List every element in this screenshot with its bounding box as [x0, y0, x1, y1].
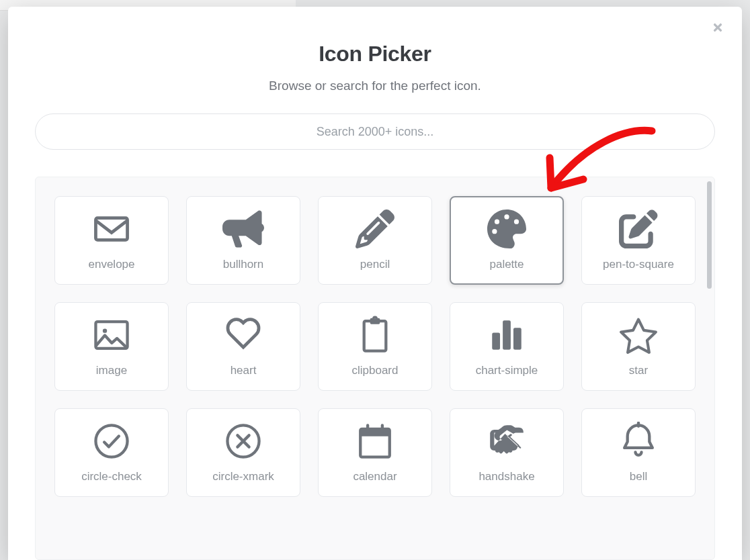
icon-label: palette — [489, 258, 524, 271]
modal-subtitle: Browse or search for the perfect icon. — [8, 79, 742, 93]
icon-card-pencil[interactable]: pencil — [318, 196, 432, 285]
svg-rect-0 — [95, 218, 127, 240]
icon-card-chart-simple[interactable]: chart-simple — [450, 302, 564, 391]
calendar-icon — [354, 422, 396, 461]
palette-icon — [486, 209, 528, 248]
icon-label: bullhorn — [223, 258, 264, 271]
icon-card-circle-xmark[interactable]: circle-xmark — [186, 408, 300, 497]
icon-card-palette[interactable]: palette — [450, 196, 564, 285]
close-icon — [712, 19, 724, 38]
icon-label: image — [96, 364, 127, 377]
scrollbar-thumb[interactable] — [707, 181, 712, 289]
pencil-icon — [354, 209, 396, 248]
icon-card-handshake[interactable]: handshake — [450, 408, 564, 497]
search-container — [8, 93, 742, 150]
icon-label: circle-check — [81, 470, 142, 483]
modal-title: Icon Picker — [8, 42, 742, 66]
icon-label: handshake — [478, 470, 534, 483]
icon-card-circle-check[interactable]: circle-check — [54, 408, 169, 497]
icon-card-calendar[interactable]: calendar — [318, 408, 432, 497]
bullhorn-icon — [222, 209, 264, 248]
icon-card-bell[interactable]: bell — [581, 408, 696, 497]
icon-label: envelope — [88, 258, 134, 271]
svg-rect-7 — [503, 320, 511, 350]
image-icon — [91, 316, 132, 355]
icon-card-pen-to-square[interactable]: pen-to-square — [581, 196, 696, 285]
svg-rect-3 — [364, 321, 386, 351]
icon-card-image[interactable]: image — [54, 302, 169, 391]
icon-label: clipboard — [352, 364, 399, 377]
svg-point-9 — [95, 425, 127, 457]
icon-label: circle-xmark — [212, 470, 274, 483]
handshake-icon — [486, 422, 528, 461]
icon-label: pen-to-square — [603, 258, 674, 271]
svg-point-5 — [374, 318, 376, 320]
icon-grid-container: envelope bullhorn pencil palette — [35, 177, 715, 560]
icon-picker-modal: Icon Picker Browse or search for the per… — [8, 7, 742, 560]
close-button[interactable] — [708, 19, 727, 38]
icon-card-heart[interactable]: heart — [186, 302, 300, 391]
bell-icon — [618, 422, 659, 461]
clipboard-icon — [354, 316, 396, 355]
icon-label: heart — [231, 364, 257, 377]
modal-header: Icon Picker Browse or search for the per… — [8, 7, 742, 93]
icon-card-bullhorn[interactable]: bullhorn — [186, 196, 300, 285]
icon-card-envelope[interactable]: envelope — [54, 196, 169, 285]
circle-xmark-icon — [222, 422, 264, 461]
icon-grid: envelope bullhorn pencil palette — [54, 196, 696, 497]
pen-to-square-icon — [618, 209, 659, 248]
heart-icon — [222, 316, 264, 355]
svg-rect-6 — [492, 332, 500, 349]
envelope-icon — [91, 209, 132, 248]
icon-label: star — [629, 364, 648, 377]
star-icon — [618, 316, 659, 355]
circle-check-icon — [91, 422, 132, 461]
svg-point-2 — [103, 328, 107, 332]
icon-label: calendar — [353, 470, 397, 483]
chart-simple-icon — [486, 316, 528, 355]
icon-card-star[interactable]: star — [581, 302, 696, 391]
svg-rect-12 — [360, 429, 390, 436]
icon-label: pencil — [360, 258, 390, 271]
icon-card-clipboard[interactable]: clipboard — [318, 302, 432, 391]
svg-rect-8 — [513, 328, 522, 350]
icon-label: chart-simple — [476, 364, 538, 377]
icon-label: bell — [630, 470, 647, 483]
search-input[interactable] — [35, 113, 715, 150]
